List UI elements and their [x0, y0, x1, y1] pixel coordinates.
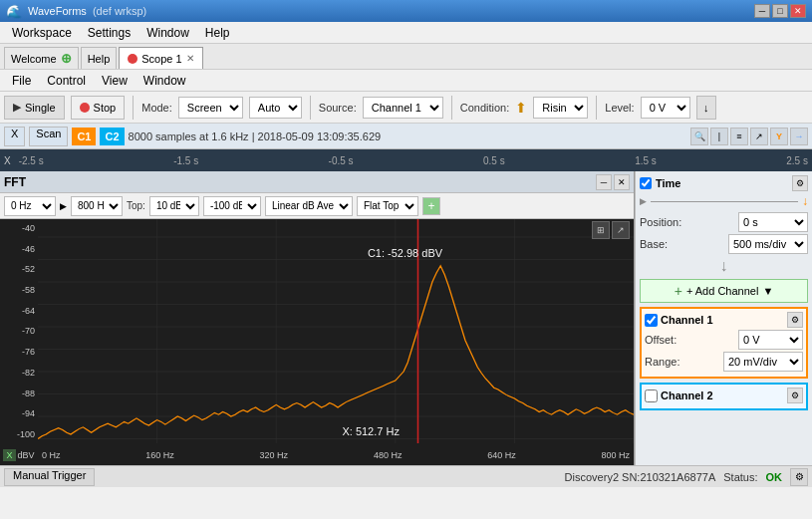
trigger-down-arrow: ↓: [802, 194, 808, 208]
channel1-header: Channel 1 ⚙: [645, 312, 803, 328]
add-channel-button[interactable]: + + Add Channel ▼: [640, 279, 808, 303]
fft-type-select[interactable]: Flat Top: [357, 196, 418, 216]
tl-minus15: -1.5 s: [173, 155, 198, 166]
x-axis: 0 Hz 160 Hz 320 Hz 480 Hz 640 Hz 800 Hz: [38, 445, 634, 465]
y-label-1: -46: [0, 244, 38, 254]
single-button[interactable]: ▶ Single: [4, 96, 65, 120]
y-label-7: -82: [0, 368, 38, 378]
export-icon[interactable]: ↗: [750, 128, 768, 145]
maximize-button[interactable]: □: [772, 4, 788, 18]
chart-area[interactable]: -40 -46 -52 -58 -64 -70 -76 -82 -88 -94 …: [0, 219, 634, 465]
device-info: Discovery2 SN:210321A6877A: [565, 471, 716, 483]
condition-select[interactable]: Risin: [533, 97, 588, 119]
scan-button[interactable]: Scan: [29, 127, 68, 146]
xy-indicator: X dBV: [0, 445, 38, 465]
chart-zoom-icon[interactable]: ⊞: [592, 221, 610, 239]
stop-button[interactable]: Stop: [71, 96, 126, 120]
fft-range-select[interactable]: -100 dBV: [203, 196, 261, 216]
menu-help[interactable]: Help: [197, 24, 238, 42]
nav-icon[interactable]: →: [790, 128, 808, 145]
measure-icon[interactable]: ≡: [730, 128, 748, 145]
base-select[interactable]: 500 ms/div: [728, 234, 808, 254]
x-axis-btn[interactable]: X: [4, 127, 25, 146]
condition-label: Condition:: [460, 102, 510, 114]
x-480hz: 480 Hz: [374, 450, 403, 460]
channel2-box: Channel 2 ⚙: [640, 383, 808, 410]
zoom-icon[interactable]: 🔍: [690, 128, 708, 145]
mode-select[interactable]: Screen: [178, 97, 243, 119]
tab-welcome[interactable]: Welcome ⊕: [4, 47, 79, 69]
separator-4: [596, 96, 597, 120]
close-button[interactable]: ✕: [790, 4, 806, 18]
add-tab-icon[interactable]: ⊕: [61, 51, 72, 66]
ch2-badge[interactable]: C2: [100, 128, 124, 145]
fft-header-right: ─ ✕: [596, 174, 630, 190]
y-icon[interactable]: Y: [770, 128, 788, 145]
level-select[interactable]: 0 V: [641, 97, 690, 119]
fft-freq-end-select[interactable]: 800 Hz: [71, 196, 123, 216]
right-panel: Time ⚙ ▶ ↓ Position: 0 s Base:: [635, 171, 812, 465]
tl-plus05: 0.5 s: [483, 155, 505, 166]
titlebar: 🌊 WaveForms (def wrksp) ─ □ ✕: [0, 0, 812, 22]
app-title: WaveForms: [28, 5, 87, 17]
channel2-settings-btn[interactable]: ⚙: [787, 388, 803, 403]
minimize-button[interactable]: ─: [754, 4, 770, 18]
x-640hz: 640 Hz: [487, 450, 516, 460]
menu2-view[interactable]: View: [94, 72, 135, 90]
status-label: Status:: [723, 471, 757, 483]
separator-1: [133, 96, 134, 120]
cursor-icon[interactable]: |: [710, 128, 728, 145]
position-label: Position:: [640, 216, 681, 228]
tab-scope[interactable]: Scope 1 ✕: [119, 47, 202, 69]
channel1-checkbox[interactable]: [645, 314, 658, 327]
scan-label: Scan: [36, 128, 61, 139]
fft-minimize-btn[interactable]: ─: [596, 174, 612, 190]
fft-window-select[interactable]: Linear dB Aver: [265, 196, 353, 216]
y-label-4: -64: [0, 306, 38, 316]
y-label-6: -76: [0, 347, 38, 357]
channel2-checkbox[interactable]: [645, 389, 658, 402]
tab-help[interactable]: Help: [81, 47, 118, 69]
ch1-offset-select[interactable]: 0 V: [738, 330, 803, 350]
position-select[interactable]: 0 s: [738, 212, 808, 232]
menu-workspace[interactable]: Workspace: [4, 24, 80, 42]
menu2-control[interactable]: Control: [39, 72, 94, 90]
stop-label: Stop: [94, 102, 117, 114]
scope-tab-close[interactable]: ✕: [186, 53, 194, 64]
x-indicator: X: [3, 449, 15, 461]
welcome-label: Welcome: [11, 53, 57, 65]
fft-close-btn[interactable]: ✕: [614, 174, 630, 190]
time-settings-btn[interactable]: ⚙: [792, 175, 808, 191]
menu2-file[interactable]: File: [4, 72, 39, 90]
time-checkbox[interactable]: [640, 177, 652, 189]
status-settings-button[interactable]: ⚙: [790, 468, 808, 486]
help-label: Help: [88, 53, 111, 65]
source-select[interactable]: Channel 1: [363, 97, 443, 119]
y-label-2: -52: [0, 264, 38, 274]
level-set-btn[interactable]: ↓: [696, 96, 716, 120]
ch1-offset-row: Offset: 0 V: [645, 330, 803, 350]
fft-add-btn[interactable]: +: [422, 197, 440, 215]
add-channel-arrow: ▼: [762, 285, 773, 297]
tl-plus25: 2.5 s: [786, 155, 808, 166]
timeline-x: X: [4, 155, 11, 166]
scope-info: 8000 samples at 1.6 kHz | 2018-05-09 13:…: [129, 130, 686, 142]
auto-select[interactable]: Auto: [249, 97, 302, 119]
fft-header: FFT ─ ✕: [0, 171, 634, 193]
menu-settings[interactable]: Settings: [80, 24, 138, 42]
menu2-window[interactable]: Window: [135, 72, 194, 90]
chart-export-icon[interactable]: ↗: [612, 221, 630, 239]
base-label: Base:: [640, 238, 668, 250]
ch1-offset-label: Offset:: [645, 334, 677, 346]
fft-top-select[interactable]: 10 dBV: [149, 196, 199, 216]
fft-freq-start-select[interactable]: 0 Hz: [4, 196, 56, 216]
menu-window[interactable]: Window: [138, 24, 197, 42]
manual-trigger-button[interactable]: Manual Trigger: [4, 468, 95, 486]
fft-panel: FFT ─ ✕ 0 Hz ▶ 800 Hz Top: 10 dBV -100 d…: [0, 171, 635, 465]
separator-2: [310, 96, 311, 120]
channel1-settings-btn[interactable]: ⚙: [787, 312, 803, 328]
y-label-5: -70: [0, 326, 38, 336]
ch1-range-select[interactable]: 20 mV/div: [723, 352, 803, 372]
y-unit: dBV: [18, 450, 35, 460]
ch1-badge[interactable]: C1: [72, 128, 96, 145]
